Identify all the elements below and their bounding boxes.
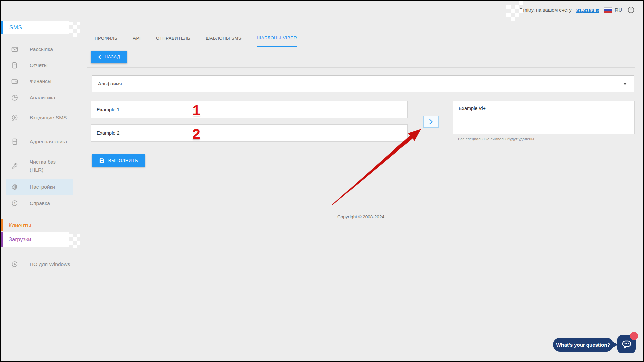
sidebar-item-rassylka[interactable]: Рассылка: [1, 41, 78, 57]
sidebar-item-label: Справка: [30, 199, 70, 207]
header-account-area: Dmitry, на вашем счету 31,3183 ₴ RU: [520, 1, 635, 19]
sidebar-section-clients[interactable]: Клиенты: [1, 218, 78, 232]
envelope-icon: [11, 46, 18, 53]
chat-question-label: What's your question?: [556, 342, 610, 348]
app-window: Dmitry, на вашем счету 31,3183 ₴ RU SMS …: [0, 0, 644, 362]
sidebar-item-label: Настройки: [30, 183, 70, 191]
language-label[interactable]: RU: [615, 7, 622, 13]
sidebar-item-label: Чистка баз (HLR): [30, 158, 70, 174]
sidebar-section-sms[interactable]: SMS: [1, 21, 69, 34]
execute-button[interactable]: ВЫПОЛНИТЬ: [92, 154, 145, 167]
sidebar-item-address-book[interactable]: Адресная книга: [1, 130, 78, 154]
user-greeting: Dmitry, на вашем счету: [520, 7, 572, 13]
analytics-icon: [11, 94, 18, 101]
active-section-bar: [1, 21, 3, 34]
chevron-down-icon: [623, 83, 627, 85]
power-icon[interactable]: [627, 6, 635, 14]
download-icon: [11, 261, 18, 268]
wallet-icon: [11, 78, 18, 85]
sidebar-item-spravka[interactable]: ? Справка: [1, 195, 78, 212]
clients-section-bar: [1, 219, 3, 231]
downloads-section-bar: [1, 232, 3, 247]
tab-sms-templates[interactable]: ШАБЛОНЫ SMS: [206, 29, 241, 47]
tab-profile[interactable]: ПРОФИЛЬ: [95, 29, 117, 47]
sidebar-item-label: Адресная книга: [30, 138, 70, 146]
balance-link[interactable]: 31,3183 ₴: [576, 7, 599, 13]
chevron-left-icon: [98, 55, 101, 59]
sidebar-section-downloads[interactable]: Загрузки: [1, 232, 69, 247]
sidebar-item-finansy[interactable]: Финансы: [1, 73, 78, 89]
sidebar-item-nastroyki[interactable]: Настройки: [1, 179, 78, 195]
chat-bubble-icon: [621, 339, 632, 350]
alpha-name-select[interactable]: Альфаимя: [92, 75, 634, 92]
settings-tab-bar: ПРОФИЛЬ API ОТПРАВИТЕЛЬ ШАБЛОНЫ SMS ШАБЛ…: [87, 29, 635, 47]
sidebar-item-label: Рассылка: [30, 45, 70, 53]
sidebar-item-otchety[interactable]: Отчеты: [1, 57, 78, 73]
address-book-icon: [11, 138, 18, 145]
help-icon: ?: [11, 200, 18, 207]
chat-question-bubble[interactable]: What's your question?: [553, 338, 613, 352]
tab-viber-templates[interactable]: ШАБЛОНЫ VIBER: [257, 29, 297, 47]
copyright: Copyright © 2008-2024: [87, 214, 635, 219]
sidebar-item-label: Финансы: [30, 77, 70, 85]
tab-api[interactable]: API: [133, 29, 141, 47]
execute-button-label: ВЫПОЛНИТЬ: [108, 158, 138, 163]
sidebar-item-incoming-sms[interactable]: Входящие SMS: [1, 106, 78, 130]
content-divider-bottom: [87, 149, 635, 149]
clients-label: Клиенты: [9, 222, 31, 229]
template-example2-input[interactable]: [91, 124, 408, 142]
sidebar-section-title: SMS: [9, 24, 22, 31]
sidebar-item-label: Отчеты: [30, 61, 70, 69]
svg-text:?: ?: [14, 201, 15, 205]
back-button-label: НАЗАД: [105, 54, 120, 59]
sidebar-item-analitika[interactable]: Аналитика: [1, 89, 78, 106]
template-example1-input[interactable]: [91, 101, 408, 118]
tab-sender[interactable]: ОТПРАВИТЕЛЬ: [156, 29, 190, 47]
chat-notification-dot: [630, 332, 638, 340]
downloads-label: Загрузки: [9, 236, 31, 243]
chevron-right-icon: [429, 119, 433, 124]
gear-icon: [11, 183, 18, 191]
wrench-icon: [11, 162, 18, 170]
russia-flag-icon[interactable]: [604, 7, 612, 13]
alpha-name-value: Альфаимя: [98, 81, 122, 86]
sidebar-item-windows-software[interactable]: ПО для Windows: [1, 252, 78, 277]
save-icon: [99, 158, 105, 163]
report-icon: [11, 62, 18, 69]
special-chars-helper-text: Все специальные символы будут удалены: [458, 137, 534, 141]
back-button[interactable]: НАЗАД: [91, 51, 127, 63]
generate-template-button[interactable]: [423, 116, 439, 128]
annotation-step-2: 2: [189, 126, 204, 142]
annotation-step-1: 1: [189, 102, 204, 118]
content-divider-top: [87, 67, 635, 68]
sidebar-item-hlr[interactable]: Чистка баз (HLR): [1, 154, 78, 178]
sidebar-item-label: Аналитика: [30, 94, 70, 102]
copyright-text: Copyright © 2008-2024: [330, 214, 392, 219]
sidebar-item-label: Входящие SMS: [30, 114, 70, 122]
template-result-textarea[interactable]: Example \d+: [453, 101, 635, 134]
incoming-sms-icon: [11, 114, 18, 121]
sidebar-item-label: ПО для Windows: [30, 260, 70, 268]
